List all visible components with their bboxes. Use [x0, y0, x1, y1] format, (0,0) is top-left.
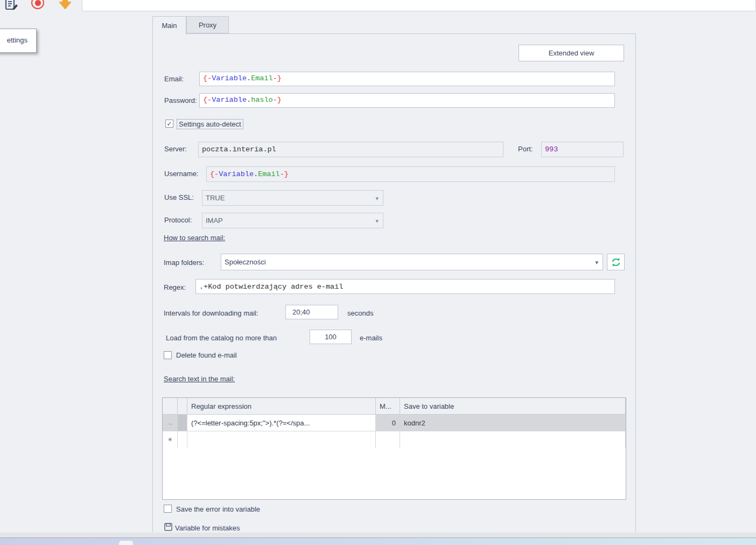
row-cell-matches[interactable]: 0: [376, 415, 400, 431]
status-bar-notch: [119, 541, 133, 545]
row-cell-regex[interactable]: (?<=letter-spacing:5px;">).*(?=</spa...: [187, 415, 376, 431]
row-cell-spacer: [178, 415, 187, 431]
port-input[interactable]: 993: [541, 142, 624, 157]
password-label: Password:: [164, 96, 197, 104]
password-token-open: {-: [203, 96, 212, 104]
refresh-folders-button[interactable]: [607, 254, 625, 270]
mistakes-variable-label: Variable for mistakes: [175, 524, 240, 532]
main-settings-panel: Extended view Email: {-Variable.Email-} …: [152, 33, 636, 532]
table-header-row: Regular expression M... Save to variable: [163, 398, 626, 415]
username-token-dot: .: [254, 170, 258, 178]
protocol-label: Protocol:: [164, 216, 192, 224]
email-token-name: Email: [251, 74, 273, 82]
intervals-value: 20;40: [292, 308, 310, 316]
checkbox-check-icon: ✓: [166, 120, 172, 128]
settings-tooltip-label: ettings: [7, 36, 27, 44]
refresh-icon: [610, 256, 622, 268]
save-error-label[interactable]: Save the error into variable: [176, 505, 260, 513]
mail-settings-window: ettings Main Proxy Extended view Email: …: [0, 0, 756, 545]
new-row-star-icon: ✳: [163, 431, 178, 448]
ssl-dropdown[interactable]: TRUE ▾: [202, 190, 383, 206]
tab-proxy[interactable]: Proxy: [186, 16, 229, 33]
bottom-status-bar: [0, 538, 756, 545]
load-max-suffix: e-mails: [360, 334, 382, 342]
toolbar-text-input[interactable]: [82, 0, 756, 11]
download-arrow-icon[interactable]: [58, 0, 73, 11]
tab-main[interactable]: Main: [152, 16, 186, 34]
server-value: poczta.interia.pl: [202, 145, 276, 153]
auto-detect-label[interactable]: Settings auto-detect: [177, 119, 243, 129]
delete-found-checkbox[interactable]: [164, 351, 172, 359]
save-error-checkbox[interactable]: [164, 505, 172, 513]
username-input[interactable]: {-Variable.Email-}: [206, 166, 615, 182]
tab-proxy-label: Proxy: [199, 21, 216, 29]
email-token-dot: .: [247, 74, 251, 82]
new-row-matches[interactable]: [376, 431, 400, 448]
username-token-name: Email: [258, 170, 280, 178]
email-label: Email:: [164, 75, 184, 83]
load-max-label: Load from the catalog no more than: [166, 334, 277, 342]
table-row[interactable]: → (?<=letter-spacing:5px;">).*(?=</spa..…: [163, 415, 626, 431]
header-matches[interactable]: M...: [376, 398, 400, 415]
auto-detect-checkbox[interactable]: ✓: [165, 120, 173, 128]
intervals-suffix: seconds: [347, 309, 373, 317]
email-input[interactable]: {-Variable.Email-}: [199, 72, 615, 86]
email-token-namespace: Variable: [212, 74, 247, 82]
password-token-close: -}: [273, 96, 282, 104]
delete-found-label[interactable]: Delete found e-mail: [176, 351, 237, 359]
regex-input[interactable]: .+Kod potwierdzający adres e-mail: [195, 279, 615, 294]
new-row-variable[interactable]: [400, 431, 626, 448]
current-row-arrow-icon: →: [163, 415, 178, 431]
email-token-open: {-: [203, 74, 212, 82]
password-token-name: haslo: [251, 96, 273, 104]
chevron-down-icon: ▾: [595, 259, 598, 265]
extended-view-label: Extended view: [549, 49, 594, 57]
password-token-dot: .: [247, 96, 251, 104]
new-row-regex[interactable]: [187, 431, 376, 448]
server-label: Server:: [164, 145, 187, 153]
bottom-splitter: [0, 532, 756, 538]
username-token-close: -}: [280, 170, 289, 178]
how-to-search-heading: How to search mail:: [164, 234, 225, 242]
imap-folders-dropdown[interactable]: Społeczności ▾: [221, 254, 603, 270]
record-icon[interactable]: [31, 0, 45, 10]
extended-view-button[interactable]: Extended view: [519, 45, 624, 61]
imap-folders-value: Społeczności: [225, 258, 266, 266]
load-max-input[interactable]: 100: [310, 330, 352, 344]
email-token-close: -}: [273, 74, 282, 82]
protocol-dropdown[interactable]: IMAP ▾: [202, 213, 383, 228]
header-indicator: [163, 398, 178, 415]
load-max-value: 100: [325, 333, 337, 341]
new-row-spacer: [178, 431, 187, 448]
intervals-input[interactable]: 20;40: [285, 305, 338, 319]
username-token-namespace: Variable: [219, 170, 254, 178]
intervals-label: Intervals for downloading mail:: [164, 309, 258, 317]
edit-script-icon[interactable]: [4, 0, 19, 12]
chevron-down-icon: ▾: [375, 195, 379, 201]
username-token-open: {-: [210, 170, 219, 178]
header-spacer: [178, 398, 187, 415]
search-text-heading: Search text in the mail:: [164, 375, 235, 383]
regex-label: Regex:: [164, 283, 186, 291]
table-new-row[interactable]: ✳: [163, 431, 626, 448]
header-regular-expression[interactable]: Regular expression: [187, 398, 376, 415]
search-regex-table: Regular expression M... Save to variable…: [162, 397, 626, 500]
row-cell-variable[interactable]: kodnr2: [400, 415, 626, 431]
server-input[interactable]: poczta.interia.pl: [198, 142, 503, 157]
chevron-down-icon: ▾: [375, 218, 379, 223]
protocol-value: IMAP: [206, 216, 223, 225]
username-label: Username:: [164, 170, 199, 178]
password-token-namespace: Variable: [212, 96, 247, 104]
header-save-to-variable[interactable]: Save to variable: [400, 398, 626, 415]
save-variable-icon: [164, 523, 173, 531]
ssl-label: Use SSL:: [164, 193, 194, 201]
imap-folders-label: Imap folders:: [164, 258, 204, 267]
ssl-value: TRUE: [206, 194, 225, 202]
password-input[interactable]: {-Variable.haslo-}: [199, 93, 615, 108]
port-value: 993: [545, 145, 558, 153]
port-label: Port:: [518, 145, 533, 153]
settings-tooltip: ettings: [0, 29, 37, 53]
tab-main-label: Main: [162, 22, 177, 30]
regex-value: .+Kod potwierdzający adres e-mail: [199, 283, 343, 291]
